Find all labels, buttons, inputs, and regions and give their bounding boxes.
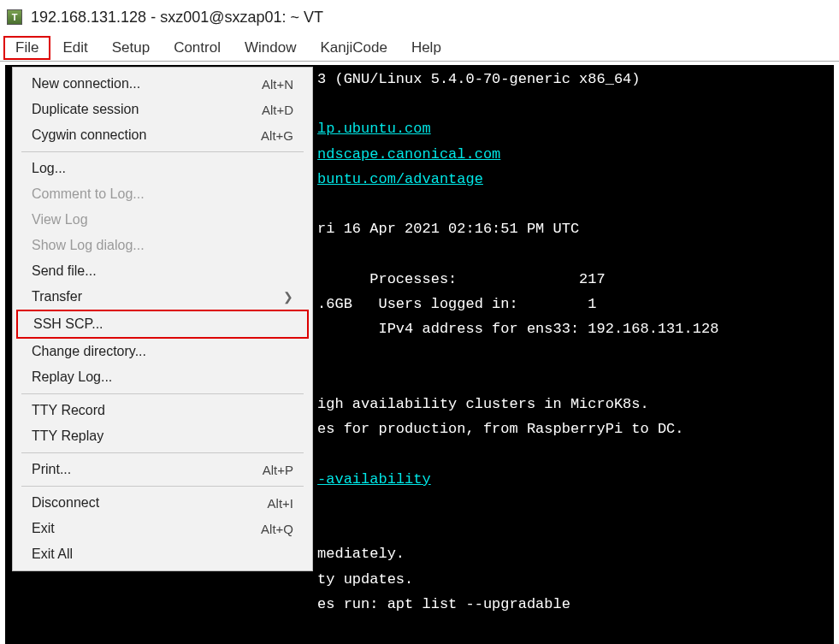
menu-item-change-directory[interactable]: Change directory...	[16, 339, 309, 364]
menu-setup[interactable]: Setup	[100, 36, 162, 60]
menu-file[interactable]: File	[3, 36, 50, 60]
menu-item-label: New connection...	[32, 76, 251, 92]
menu-item-label: View Log	[32, 212, 293, 227]
menu-shortcut: Alt+G	[251, 128, 293, 143]
menu-item-label: TTY Record	[32, 403, 293, 418]
menu-item-label: Change directory...	[32, 344, 293, 359]
menu-item-label: Show Log dialog...	[32, 238, 293, 253]
menu-separator	[21, 151, 304, 152]
menu-item-exit[interactable]: ExitAlt+Q	[16, 516, 309, 541]
menu-item-send-file[interactable]: Send file...	[16, 258, 309, 284]
menu-item-replay-log[interactable]: Replay Log...	[16, 364, 309, 390]
menu-item-view-log: View Log	[16, 207, 309, 233]
menu-bar: FileEditSetupControlWindowKanjiCodeHelp	[0, 34, 839, 62]
app-icon	[7, 9, 22, 25]
window-title: 192.168.131.128 - sxz001@sxzap01: ~ VT	[31, 9, 323, 27]
menu-item-label: Comment to Log...	[32, 186, 293, 202]
menu-item-comment-to-log: Comment to Log...	[16, 181, 309, 207]
menu-item-label: Log...	[32, 161, 293, 176]
menu-help[interactable]: Help	[399, 36, 453, 60]
menu-item-label: Cygwin connection	[32, 127, 251, 143]
menu-item-label: Send file...	[32, 263, 293, 279]
menu-item-cygwin-connection[interactable]: Cygwin connectionAlt+G	[16, 122, 309, 148]
menu-shortcut: Alt+P	[252, 463, 293, 477]
menu-kanjicode[interactable]: KanjiCode	[308, 36, 399, 60]
menu-item-label: Disconnect	[32, 495, 257, 511]
menu-separator	[21, 452, 304, 453]
menu-item-duplicate-session[interactable]: Duplicate sessionAlt+D	[16, 97, 309, 122]
menu-item-label: Exit All	[32, 547, 293, 562]
menu-shortcut: Alt+I	[257, 496, 293, 511]
menu-item-show-log-dialog: Show Log dialog...	[16, 233, 309, 258]
menu-item-label: Duplicate session	[32, 102, 251, 117]
menu-control[interactable]: Control	[162, 36, 233, 60]
menu-item-exit-all[interactable]: Exit All	[16, 541, 309, 567]
menu-item-label: Replay Log...	[32, 369, 293, 385]
menu-item-log[interactable]: Log...	[16, 156, 309, 181]
menu-item-tty-replay[interactable]: TTY Replay	[16, 423, 309, 449]
menu-shortcut: Alt+Q	[251, 522, 293, 536]
menu-item-transfer[interactable]: Transfer❯	[16, 284, 309, 310]
title-bar: 192.168.131.128 - sxz001@sxzap01: ~ VT	[0, 0, 839, 34]
chevron-right-icon: ❯	[275, 290, 293, 304]
menu-item-label: Exit	[32, 521, 251, 536]
file-menu-dropdown: New connection...Alt+NDuplicate sessionA…	[12, 67, 313, 571]
menu-edit[interactable]: Edit	[50, 36, 99, 60]
menu-item-label: Print...	[32, 462, 252, 477]
menu-item-tty-record[interactable]: TTY Record	[16, 398, 309, 423]
menu-shortcut: Alt+D	[251, 103, 293, 117]
menu-item-print[interactable]: Print...Alt+P	[16, 457, 309, 482]
menu-item-label: SSH SCP...	[33, 316, 292, 332]
menu-item-new-connection[interactable]: New connection...Alt+N	[16, 71, 309, 97]
menu-item-disconnect[interactable]: DisconnectAlt+I	[16, 490, 309, 516]
menu-item-ssh-scp[interactable]: SSH SCP...	[16, 310, 309, 339]
menu-shortcut: Alt+N	[251, 77, 293, 92]
menu-window[interactable]: Window	[233, 36, 308, 60]
menu-separator	[21, 486, 304, 487]
menu-item-label: Transfer	[32, 289, 275, 304]
menu-separator	[21, 393, 304, 394]
menu-item-label: TTY Replay	[32, 428, 293, 444]
